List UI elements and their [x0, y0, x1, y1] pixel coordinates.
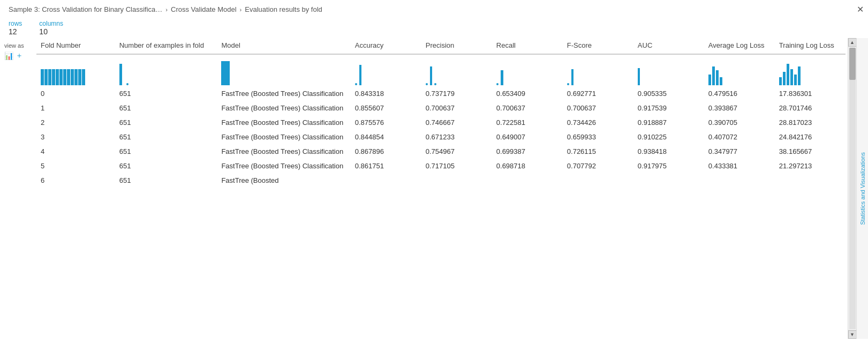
cell-recall — [492, 173, 563, 188]
col-header-traininglogloss: Training Log Loss — [775, 38, 846, 54]
cell-recall: 0.699387 — [492, 144, 563, 159]
cell-fscore: 0.659933 — [563, 130, 633, 144]
cell-examples: 651 — [115, 86, 217, 101]
cell-fold: 3 — [36, 130, 115, 144]
table-row: 1651FastTree (Boosted Trees) Classificat… — [36, 101, 846, 115]
cell-recall: 0.698718 — [492, 159, 563, 173]
cell-accuracy: 0.844854 — [351, 130, 421, 144]
col-header-recall: Recall — [492, 38, 563, 54]
columns-label: columns — [39, 20, 63, 27]
cell-precision: 0.737179 — [421, 86, 492, 101]
chart-view-icon[interactable]: 📊 — [4, 51, 13, 60]
cell-accuracy: 0.867896 — [351, 144, 421, 159]
viz-examples — [115, 54, 217, 86]
col-header-auc: AUC — [633, 38, 704, 54]
table-row: 5651FastTree (Boosted Trees) Classificat… — [36, 159, 846, 173]
breadcrumb-part3: Evaluation results by fold — [245, 5, 322, 13]
view-as-label: view as — [4, 42, 24, 49]
cell-model: FastTree (Boosted Trees) Classification — [217, 86, 350, 101]
viz-row — [36, 54, 846, 86]
table-row: 2651FastTree (Boosted Trees) Classificat… — [36, 115, 846, 130]
grid-view-icon[interactable]: ＋ — [16, 51, 23, 61]
scroll-track — [849, 48, 856, 329]
cell-auc: 0.905335 — [633, 86, 704, 101]
cell-fscore: 0.692771 — [563, 86, 633, 101]
cell-traininglogloss: 38.165667 — [775, 144, 846, 159]
statistics-visualizations-label[interactable]: Statistics and Visualizations — [859, 152, 866, 225]
columns-value: 10 — [39, 27, 48, 36]
columns-meta: columns 10 — [39, 20, 63, 36]
cell-precision: 0.754967 — [421, 144, 492, 159]
cell-model: FastTree (Boosted Trees) Classification — [217, 144, 350, 159]
breadcrumb-part1: Sample 3: Cross Validation for Binary Cl… — [9, 5, 162, 13]
right-sidebar[interactable]: Statistics and Visualizations — [856, 38, 868, 339]
cell-precision: 0.746667 — [421, 115, 492, 130]
cell-fscore: 0.726115 — [563, 144, 633, 159]
cell-fold: 2 — [36, 115, 115, 130]
cell-traininglogloss: 17.836301 — [775, 86, 846, 101]
cell-avglogloss: 0.407072 — [704, 130, 775, 144]
table-row: 3651FastTree (Boosted Trees) Classificat… — [36, 130, 846, 144]
cell-auc: 0.917975 — [633, 159, 704, 173]
cell-fold: 0 — [36, 86, 115, 101]
cell-model: FastTree (Boosted Trees) Classification — [217, 101, 350, 115]
cell-avglogloss: 0.479516 — [704, 86, 775, 101]
cell-fold: 6 — [36, 173, 115, 188]
scroll-down-button[interactable]: ▼ — [848, 330, 857, 339]
cell-fscore — [563, 173, 633, 188]
cell-traininglogloss: 21.297213 — [775, 159, 846, 173]
cell-avglogloss: 0.433381 — [704, 159, 775, 173]
cell-recall: 0.722581 — [492, 115, 563, 130]
breadcrumb-sep1: › — [165, 6, 168, 13]
scrollbar[interactable]: ▲ ▼ — [848, 38, 856, 339]
cell-accuracy — [351, 173, 421, 188]
cell-examples: 651 — [115, 159, 217, 173]
table-row: 4651FastTree (Boosted Trees) Classificat… — [36, 144, 846, 159]
cell-auc: 0.918887 — [633, 115, 704, 130]
viz-fscore — [563, 54, 633, 86]
close-button[interactable]: ✕ — [857, 4, 864, 14]
breadcrumb-sep2: › — [240, 6, 242, 13]
cell-auc — [633, 173, 704, 188]
cell-avglogloss: 0.347977 — [704, 144, 775, 159]
cell-auc: 0.910225 — [633, 130, 704, 144]
data-table-container: Fold Number Number of examples in fold M… — [34, 38, 848, 339]
col-header-fold: Fold Number — [36, 38, 115, 54]
viz-precision — [421, 54, 492, 86]
table-row: 6651FastTree (Boosted — [36, 173, 846, 188]
col-header-accuracy: Accuracy — [351, 38, 421, 54]
cell-precision: 0.700637 — [421, 101, 492, 115]
cell-precision — [421, 173, 492, 188]
cell-recall: 0.653409 — [492, 86, 563, 101]
cell-fold: 1 — [36, 101, 115, 115]
table-body: 0651FastTree (Boosted Trees) Classificat… — [36, 86, 846, 188]
rows-meta: rows 12 — [9, 20, 22, 36]
cell-fscore: 0.734426 — [563, 115, 633, 130]
cell-accuracy: 0.843318 — [351, 86, 421, 101]
cell-recall: 0.700637 — [492, 101, 563, 115]
viz-auc — [633, 54, 704, 86]
viz-accuracy — [351, 54, 421, 86]
cell-examples: 651 — [115, 173, 217, 188]
cell-fscore: 0.707792 — [563, 159, 633, 173]
scroll-up-button[interactable]: ▲ — [848, 38, 857, 47]
rows-label: rows — [9, 20, 22, 27]
cell-examples: 651 — [115, 101, 217, 115]
results-table: Fold Number Number of examples in fold M… — [36, 38, 846, 188]
cell-accuracy: 0.855607 — [351, 101, 421, 115]
cell-auc: 0.938418 — [633, 144, 704, 159]
cell-fold: 5 — [36, 159, 115, 173]
cell-examples: 651 — [115, 130, 217, 144]
cell-examples: 651 — [115, 144, 217, 159]
cell-fscore: 0.700637 — [563, 101, 633, 115]
cell-examples: 651 — [115, 115, 217, 130]
table-row: 0651FastTree (Boosted Trees) Classificat… — [36, 86, 846, 101]
cell-model: FastTree (Boosted Trees) Classification — [217, 115, 350, 130]
scroll-thumb[interactable] — [849, 48, 856, 80]
table-header-row: Fold Number Number of examples in fold M… — [36, 38, 846, 54]
viz-recall — [492, 54, 563, 86]
col-header-fscore: F-Score — [563, 38, 633, 54]
cell-traininglogloss — [775, 173, 846, 188]
cell-traininglogloss: 24.842176 — [775, 130, 846, 144]
cell-avglogloss: 0.393867 — [704, 101, 775, 115]
